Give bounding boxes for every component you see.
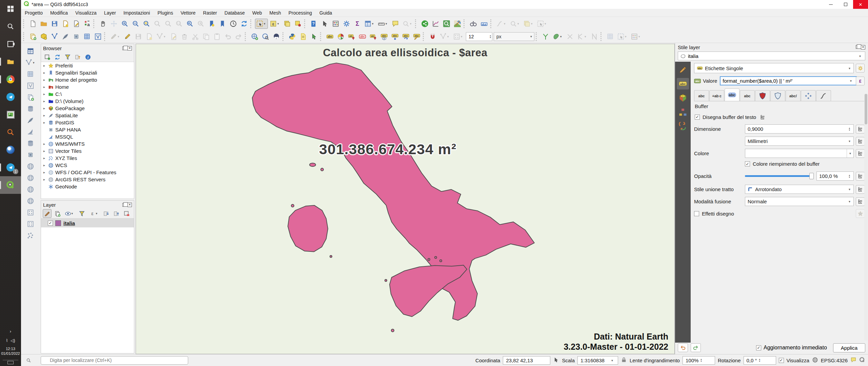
browser-item-spatialite[interactable]: ▸SpatiaLite [41,112,134,119]
data-defined-override-icon[interactable] [856,137,865,146]
remove-layer-icon[interactable] [122,209,131,218]
menu-processing[interactable]: Processing [285,9,316,17]
menu-raster[interactable]: Raster [199,9,221,17]
browser-item-segnalibri-spaziali[interactable]: ▸Segnalibri Spaziali [41,69,134,76]
buffer-color-button[interactable]: ▾ [745,149,854,158]
expand-arrow-icon[interactable]: ▸ [42,156,46,160]
start-button[interactable] [0,0,21,18]
osm-search-globe-icon[interactable] [271,32,281,42]
python-console-icon[interactable] [287,32,297,42]
share-plugin-icon[interactable] [420,19,430,29]
volume-icon[interactable]: ◁) [11,338,15,343]
blend-mode-select[interactable]: Normale ▾ [745,197,854,206]
filter-legend-expression-icon[interactable]: ▾ [87,209,100,218]
undock-icon[interactable] [122,46,126,50]
undock-icon[interactable] [122,203,126,207]
save-project-icon[interactable] [50,19,60,29]
close-icon[interactable]: ✕ [861,45,865,49]
photos-app-icon[interactable] [0,106,21,123]
profile-plot-icon[interactable] [431,19,441,29]
maximize-button[interactable] [838,0,853,9]
add-vector-layer-icon[interactable]: ▾ [24,58,37,68]
styling-tab-3d-view[interactable] [677,92,689,104]
layout-manager-icon[interactable] [71,19,81,29]
add-mesh-layer-icon[interactable] [25,81,36,91]
add-arcgis-layer-icon[interactable] [25,196,36,206]
menu-progetto[interactable]: Progetto [21,9,46,17]
add-wcs-layer-icon[interactable] [25,173,36,183]
browser-app-icon[interactable] [0,141,21,159]
network-icon[interactable]: ⌇ [6,338,8,343]
expand-all-layers-icon[interactable] [102,209,111,218]
chrome-icon[interactable] [0,70,21,88]
font-unit-combobox[interactable]: px▾ [494,32,534,41]
add-vector-tile-layer-icon[interactable] [25,207,36,218]
buffer-unit-select[interactable]: Millimetri ▾ [745,137,854,146]
browser-item-home-del-progetto[interactable]: ▸Home del progetto [41,76,134,83]
expand-arrow-icon[interactable]: ▸ [42,92,46,96]
styling-tab-symbology[interactable] [677,64,689,75]
add-raster-layer-icon[interactable] [25,69,36,79]
lock-scale-icon[interactable] [621,357,627,364]
opacity-slider[interactable] [745,171,814,181]
label-tab-shadow[interactable] [770,90,785,101]
expand-arrow-icon[interactable]: ▸ [42,142,46,146]
add-spatialite-layer-icon[interactable] [25,115,36,125]
qgis-version-icon[interactable] [859,357,865,364]
expression-builder-button[interactable]: ε [856,77,865,85]
label-tab-callouts[interactable] [816,90,831,101]
crs-status[interactable]: EPSG:4326 [821,358,848,363]
deselect-all-icon[interactable] [282,19,292,29]
browser-item-c[interactable]: ▸C:\ [41,90,134,98]
browser-item-geonode[interactable]: GeoNode [41,183,134,190]
new-project-icon[interactable] [28,19,38,29]
expand-arrow-icon[interactable]: ▸ [42,71,46,75]
expand-arrow-icon[interactable]: ▸ [42,85,46,89]
open-layer-styling-icon[interactable] [43,209,52,218]
draw-effects-checkbox[interactable] [694,211,699,216]
menu-mesh[interactable]: Mesh [266,9,285,17]
layer-diagram-icon[interactable] [336,32,346,42]
minimize-button[interactable] [823,0,838,9]
search-icon[interactable] [0,18,21,35]
expand-arrow-icon[interactable]: ▸ [42,149,46,153]
menu-modifica[interactable]: Modifica [46,9,72,17]
map-canvas[interactable]: Calcolo area ellissoidica - $area 301.38… [136,44,675,354]
menu-guida[interactable]: Guida [316,9,336,17]
browser-item-wfs-ogc-api-features[interactable]: ▸WFS / OGC API - Features [41,169,134,176]
coordinate-field[interactable]: 23,82 42,13 [503,356,550,365]
chevron-down-icon[interactable]: ▾ [847,149,853,158]
expand-arrow-icon[interactable]: ▸ [42,99,46,103]
browser-item-mssql[interactable]: MSSQL [41,133,134,140]
add-selected-layers-icon[interactable] [43,53,52,61]
magnifier-spinbox[interactable]: 100%▴▾ [683,356,715,365]
close-icon[interactable]: ✕ [127,46,132,50]
filter-browser-icon[interactable] [63,53,72,61]
browser-item-geopackage[interactable]: ▸GeoPackage [41,105,134,112]
properties-widget-icon[interactable] [83,53,92,61]
draw-buffer-checkbox[interactable]: ✓ [695,115,700,120]
open-project-icon[interactable] [39,19,49,29]
add-point-cloud-layer-icon[interactable] [25,230,36,241]
pen-join-select[interactable]: Arrotondato ▾ [745,185,854,194]
expand-arrow-icon[interactable]: ▸ [42,121,46,124]
collapse-all-browser-icon[interactable] [73,53,82,61]
data-source-manager-icon[interactable] [25,46,36,56]
expand-arrow-icon[interactable]: ▸ [42,178,46,181]
add-sap-hana-layer-icon[interactable] [25,150,36,160]
new-spatial-bookmark-icon[interactable] [206,19,217,29]
toolbar-grip[interactable] [536,32,539,41]
render-checkbox[interactable]: ✓ [779,358,784,363]
menu-web[interactable]: Web [249,9,266,17]
statistical-summary-icon[interactable] [352,19,362,29]
zoom-full-icon[interactable] [141,19,152,29]
rotation-spinbox[interactable]: 0,0 °▴▾ [744,356,776,365]
browser-item-arcgis-rest-servers[interactable]: ▸ArcGIS REST Servers [41,176,134,183]
data-defined-override-icon[interactable] [856,197,865,206]
toolbar-grip[interactable] [93,19,96,28]
label-tab-mask[interactable]: abc [740,90,755,101]
toolbar-grip[interactable] [250,19,253,28]
browser-item-postgis[interactable]: ▸PostGIS [41,119,134,126]
toolbar-grip[interactable] [490,19,493,28]
select-by-expression-icon[interactable]: ▾ [269,19,281,29]
